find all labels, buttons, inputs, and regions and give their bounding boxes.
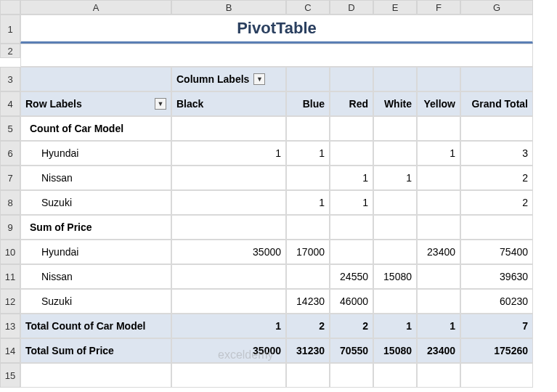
row-header-13[interactable]: 13 [0,314,20,338]
cell-b9[interactable] [171,215,286,240]
price-suzuki-label[interactable]: Suzuki [20,289,171,314]
price-hyundai-black[interactable]: 35000 [171,240,286,264]
col-header-c[interactable]: C [286,0,330,15]
row-header-15[interactable]: 15 [0,363,20,388]
cell-a15[interactable] [20,363,171,388]
price-nissan-blue[interactable] [286,264,330,289]
cell-d9[interactable] [330,215,373,240]
total-count-gt[interactable]: 7 [460,314,533,338]
count-hyundai-gt[interactable]: 3 [460,141,533,166]
cell-c5[interactable] [286,116,330,141]
count-nissan-white[interactable]: 1 [373,166,417,190]
count-nissan-blue[interactable] [286,166,330,190]
total-price-black[interactable]: 35000 [171,338,286,363]
row-header-2[interactable]: 2 [0,44,20,58]
col-header-a[interactable]: A [20,0,171,15]
price-nissan-gt[interactable]: 39630 [460,264,533,289]
section-sum[interactable]: Sum of Price [20,215,171,240]
price-suzuki-black[interactable] [171,289,286,314]
price-hyundai-label[interactable]: Hyundai [20,240,171,264]
row-header-9[interactable]: 9 [0,215,20,240]
total-count-blue[interactable]: 2 [286,314,330,338]
column-labels-header[interactable]: Column Labels ▼ [171,67,286,91]
cell-g15[interactable] [460,363,533,388]
row-header-5[interactable]: 5 [0,116,20,141]
cell-e9[interactable] [373,215,417,240]
column-labels-dropdown[interactable]: ▼ [253,73,265,85]
price-hyundai-white[interactable] [373,240,417,264]
col-header-f[interactable]: F [417,0,460,15]
count-suzuki-label[interactable]: Suzuki [20,190,171,215]
count-nissan-yellow[interactable] [417,166,460,190]
row-header-10[interactable]: 10 [0,240,20,264]
row-header-3[interactable]: 3 [0,67,20,91]
row-header-4[interactable]: 4 [0,91,20,116]
section-count[interactable]: Count of Car Model [20,116,171,141]
count-hyundai-red[interactable] [330,141,373,166]
cell-g3[interactable] [460,67,533,91]
total-count-black[interactable]: 1 [171,314,286,338]
col-header-g[interactable]: G [460,0,533,15]
cell-c3[interactable] [286,67,330,91]
price-nissan-black[interactable] [171,264,286,289]
col-header-d[interactable]: D [330,0,373,15]
cell-f5[interactable] [417,116,460,141]
total-price-white[interactable]: 15080 [373,338,417,363]
total-count-yellow[interactable]: 1 [417,314,460,338]
cell-g9[interactable] [460,215,533,240]
cell-b5[interactable] [171,116,286,141]
price-nissan-white[interactable]: 15080 [373,264,417,289]
cell-b15[interactable] [171,363,286,388]
row-header-1[interactable]: 1 [0,15,20,44]
cell-d5[interactable] [330,116,373,141]
col-blue[interactable]: Blue [286,91,330,116]
cell-e15[interactable] [373,363,417,388]
count-suzuki-yellow[interactable] [417,190,460,215]
row-header-8[interactable]: 8 [0,190,20,215]
count-hyundai-white[interactable] [373,141,417,166]
row-header-6[interactable]: 6 [0,141,20,166]
count-suzuki-gt[interactable]: 2 [460,190,533,215]
count-nissan-label[interactable]: Nissan [20,166,171,190]
row-header-14[interactable]: 14 [0,338,20,363]
price-hyundai-gt[interactable]: 75400 [460,240,533,264]
total-count-white[interactable]: 1 [373,314,417,338]
price-nissan-label[interactable]: Nissan [20,264,171,289]
price-hyundai-red[interactable] [330,240,373,264]
count-hyundai-yellow[interactable]: 1 [417,141,460,166]
count-hyundai-label[interactable]: Hyundai [20,141,171,166]
row-labels-dropdown[interactable]: ▼ [155,98,166,110]
cell-f15[interactable] [417,363,460,388]
price-hyundai-yellow[interactable]: 23400 [417,240,460,264]
price-suzuki-blue[interactable]: 14230 [286,289,330,314]
cell-e5[interactable] [373,116,417,141]
col-white[interactable]: White [373,91,417,116]
col-black[interactable]: Black [171,91,286,116]
row-header-7[interactable]: 7 [0,166,20,190]
select-all-corner[interactable] [0,0,20,15]
cell-d15[interactable] [330,363,373,388]
row-header-12[interactable]: 12 [0,289,20,314]
cell-e3[interactable] [373,67,417,91]
price-suzuki-white[interactable] [373,289,417,314]
cell-f9[interactable] [417,215,460,240]
cell-c15[interactable] [286,363,330,388]
col-grand-total[interactable]: Grand Total [460,91,533,116]
price-suzuki-red[interactable]: 46000 [330,289,373,314]
price-suzuki-gt[interactable]: 60230 [460,289,533,314]
count-suzuki-red[interactable]: 1 [330,190,373,215]
row-labels-header[interactable]: Row Labels ▼ [20,91,171,116]
col-yellow[interactable]: Yellow [417,91,460,116]
total-price-gt[interactable]: 175260 [460,338,533,363]
count-nissan-black[interactable] [171,166,286,190]
col-red[interactable]: Red [330,91,373,116]
count-suzuki-white[interactable] [373,190,417,215]
total-price-blue[interactable]: 31230 [286,338,330,363]
total-count-red[interactable]: 2 [330,314,373,338]
count-suzuki-black[interactable] [171,190,286,215]
price-suzuki-yellow[interactable] [417,289,460,314]
total-price-yellow[interactable]: 23400 [417,338,460,363]
count-hyundai-blue[interactable]: 1 [286,141,330,166]
col-header-e[interactable]: E [373,0,417,15]
count-suzuki-blue[interactable]: 1 [286,190,330,215]
